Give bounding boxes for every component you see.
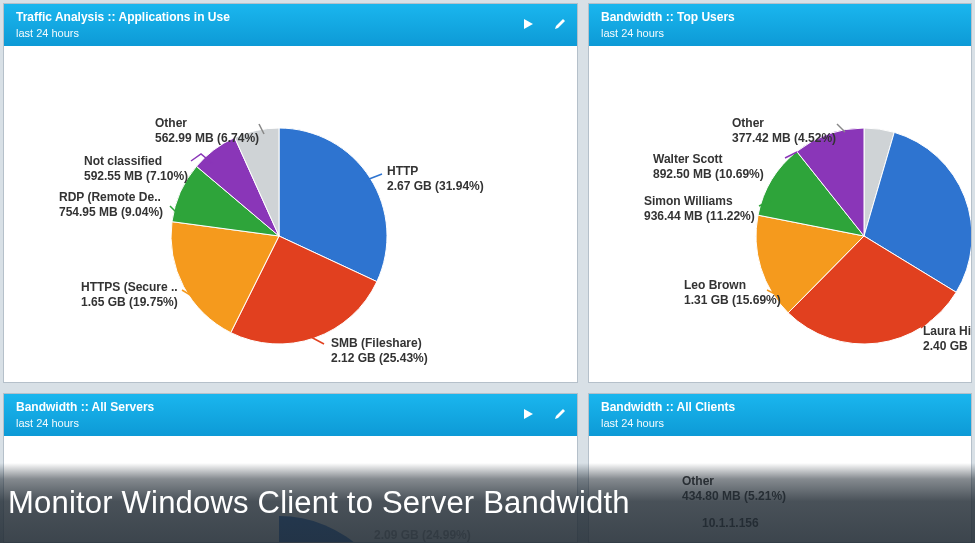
panel-title: Bandwidth :: All Servers: [16, 399, 154, 415]
label-smb: SMB (Fileshare) 2.12 GB (25.43%): [331, 336, 428, 366]
label-laura: Laura Hig 2.40 GB (: [923, 324, 972, 354]
panel-title: Bandwidth :: All Clients: [601, 399, 735, 415]
label-rdp: RDP (Remote De.. 754.95 MB (9.04%): [59, 190, 163, 220]
label-other: Other 562.99 MB (6.74%): [155, 116, 259, 146]
label-notclassified: Not classified 592.55 MB (7.10%): [84, 154, 188, 184]
panel-title: Traffic Analysis :: Applications in Use: [16, 9, 230, 25]
label-clients-ip: 10.1.1.156: [702, 516, 759, 531]
label-https: HTTPS (Secure .. 1.65 GB (19.75%): [81, 280, 178, 310]
panel-subtitle: last 24 hours: [601, 26, 735, 41]
panel-subtitle: last 24 hours: [601, 416, 735, 431]
edit-icon[interactable]: [553, 407, 567, 424]
label-users-other: Other 377.42 MB (4.52%): [732, 116, 836, 146]
panel-clients: Bandwidth :: All Clients last 24 hours O…: [588, 393, 972, 543]
chart-clients: Other 434.80 MB (5.21%) 10.1.1.156: [589, 436, 971, 542]
label-servers-partial: 2.09 GB (24.99%): [374, 528, 471, 542]
panel-header-topusers: Bandwidth :: Top Users last 24 hours: [589, 4, 971, 46]
panel-subtitle: last 24 hours: [16, 416, 154, 431]
label-http: HTTP 2.67 GB (31.94%): [387, 164, 484, 194]
edit-icon[interactable]: [553, 17, 567, 34]
play-icon[interactable]: [521, 407, 535, 424]
play-icon[interactable]: [521, 17, 535, 34]
label-simon: Simon Williams 936.44 MB (11.22%): [644, 194, 755, 224]
panel-topusers: Bandwidth :: Top Users last 24 hours Oth…: [588, 3, 972, 383]
panel-subtitle: last 24 hours: [16, 26, 230, 41]
panel-servers: Bandwidth :: All Servers last 24 hours 2…: [3, 393, 578, 543]
chart-topusers: Other 377.42 MB (4.52%) Walter Scott 892…: [589, 46, 971, 382]
panel-header-clients: Bandwidth :: All Clients last 24 hours: [589, 394, 971, 436]
label-walter: Walter Scott 892.50 MB (10.69%): [653, 152, 764, 182]
chart-apps: HTTP 2.67 GB (31.94%) SMB (Fileshare) 2.…: [4, 46, 577, 382]
panel-header-apps: Traffic Analysis :: Applications in Use …: [4, 4, 577, 46]
panel-title: Bandwidth :: Top Users: [601, 9, 735, 25]
panel-apps: Traffic Analysis :: Applications in Use …: [3, 3, 578, 383]
label-leo: Leo Brown 1.31 GB (15.69%): [684, 278, 781, 308]
panel-header-servers: Bandwidth :: All Servers last 24 hours: [4, 394, 577, 436]
label-clients-other: Other 434.80 MB (5.21%): [682, 474, 786, 504]
chart-servers: 2.09 GB (24.99%): [4, 436, 577, 542]
